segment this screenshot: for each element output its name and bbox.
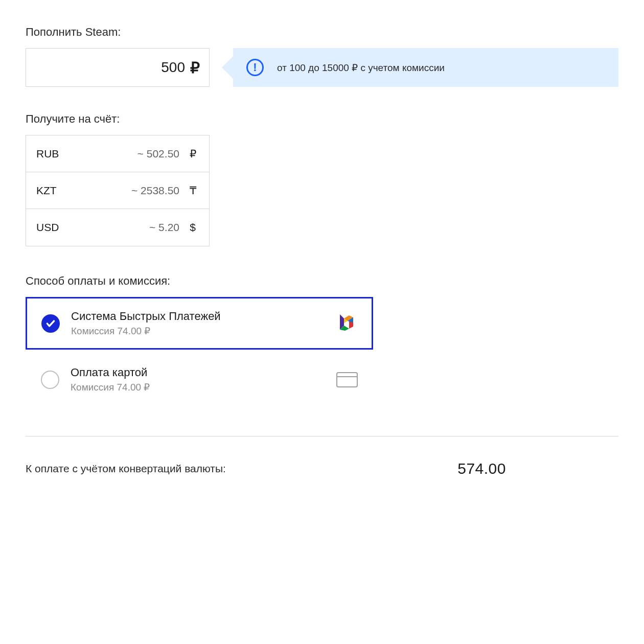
amount-hint-text: от 100 до 15000 ₽ с учетом комиссии (277, 62, 445, 74)
info-icon: ! (246, 59, 264, 76)
amount-hint: ! от 100 до 15000 ₽ с учетом комиссии (233, 48, 618, 87)
payment-option-text: Оплата картой Комиссия 74.00 ₽ (71, 366, 325, 393)
topup-row: ₽ ! от 100 до 15000 ₽ с учетом комиссии (26, 48, 618, 87)
receive-label: Получите на счёт: (26, 112, 618, 126)
ruble-icon: ₽ (190, 59, 200, 77)
topup-section: Пополнить Steam: ₽ ! от 100 до 15000 ₽ с… (26, 26, 618, 87)
payment-option-text: Система Быстрых Платежей Комиссия 74.00 … (71, 310, 327, 337)
receive-row-rub: RUB ~ 502.50 ₽ (26, 135, 209, 172)
total-row: К оплате с учётом конвертаций валюты: 57… (26, 460, 618, 477)
payment-option-fee: Комиссия 74.00 ₽ (71, 381, 325, 393)
payment-option-sbp[interactable]: Система Быстрых Платежей Комиссия 74.00 … (26, 297, 373, 350)
payment-methods-label: Способ оплаты и комиссия: (26, 274, 618, 288)
amount-input[interactable] (35, 59, 190, 76)
payment-option-name: Система Быстрых Платежей (71, 310, 327, 323)
currency-value: ~ 2538.50 (72, 185, 187, 197)
radio-unchecked-icon (41, 371, 59, 389)
currency-value: ~ 502.50 (72, 148, 187, 160)
receive-row-usd: USD ~ 5.20 $ (26, 209, 209, 246)
payment-method-section: Способ оплаты и комиссия: Система Быстры… (26, 274, 618, 405)
currency-code: KZT (36, 185, 72, 197)
total-label: К оплате с учётом конвертаций валюты: (26, 463, 226, 475)
payment-methods: Система Быстрых Платежей Комиссия 74.00 … (26, 297, 618, 405)
payment-option-card[interactable]: Оплата картой Комиссия 74.00 ₽ (26, 354, 373, 405)
currency-symbol: ₽ (187, 148, 199, 160)
currency-code: USD (36, 221, 72, 234)
receive-row-kzt: KZT ~ 2538.50 ₸ (26, 172, 209, 209)
receive-table: RUB ~ 502.50 ₽ KZT ~ 2538.50 ₸ USD ~ 5.2… (26, 135, 210, 246)
receive-section: Получите на счёт: RUB ~ 502.50 ₽ KZT ~ 2… (26, 112, 618, 246)
payment-option-fee: Комиссия 74.00 ₽ (71, 325, 327, 337)
card-icon (336, 372, 358, 387)
currency-value: ~ 5.20 (72, 221, 187, 234)
currency-symbol: $ (187, 221, 199, 234)
currency-symbol: ₸ (187, 185, 199, 197)
topup-label: Пополнить Steam: (26, 26, 618, 39)
payment-option-name: Оплата картой (71, 366, 325, 379)
divider (26, 436, 618, 436)
total-value: 574.00 (457, 460, 618, 477)
amount-input-wrap[interactable]: ₽ (26, 48, 210, 87)
sbp-icon (338, 311, 357, 335)
radio-checked-icon (41, 314, 60, 333)
currency-code: RUB (36, 148, 72, 160)
